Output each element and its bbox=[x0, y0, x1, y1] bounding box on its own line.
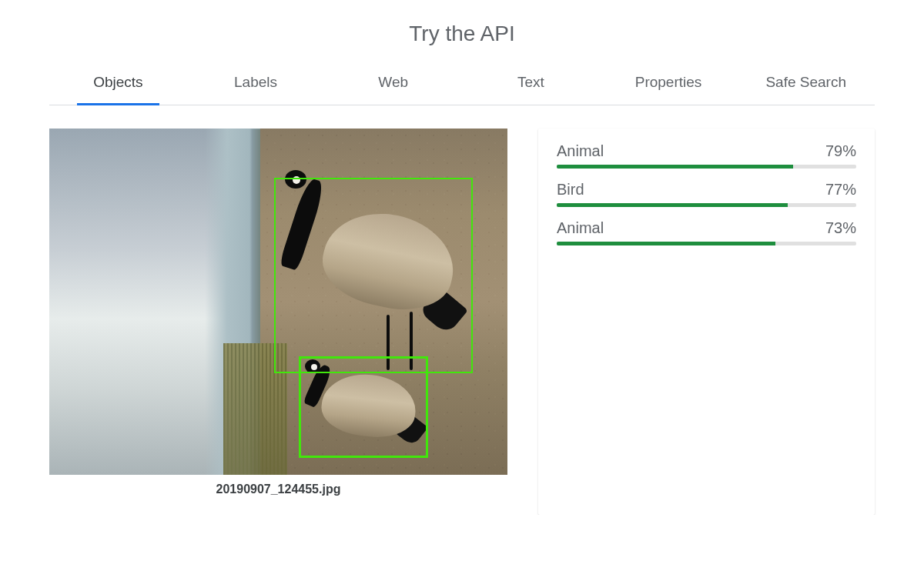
detection-score: 77% bbox=[825, 181, 856, 199]
detection-label: Animal bbox=[557, 142, 604, 160]
detection-bounding-box[interactable] bbox=[299, 356, 428, 458]
uploaded-image[interactable] bbox=[49, 129, 507, 475]
detection-result[interactable]: Animal 73% bbox=[557, 219, 856, 245]
detection-score: 79% bbox=[825, 142, 856, 160]
confidence-bar-fill bbox=[557, 165, 793, 169]
tab-objects[interactable]: Objects bbox=[49, 60, 187, 105]
confidence-bar-fill bbox=[557, 203, 788, 207]
tab-web[interactable]: Web bbox=[324, 60, 462, 105]
confidence-bar bbox=[557, 165, 856, 169]
tab-safe-search[interactable]: Safe Search bbox=[737, 60, 875, 105]
tab-labels[interactable]: Labels bbox=[187, 60, 325, 105]
confidence-bar bbox=[557, 242, 856, 245]
detection-result[interactable]: Animal 79% bbox=[557, 142, 856, 169]
detection-bounding-box[interactable] bbox=[274, 178, 473, 373]
detection-score: 73% bbox=[825, 219, 856, 237]
detection-label: Animal bbox=[557, 219, 604, 237]
uploaded-image-filename: 20190907_124455.jpg bbox=[49, 483, 507, 496]
page-title: Try the API bbox=[0, 0, 924, 60]
tab-properties[interactable]: Properties bbox=[600, 60, 738, 105]
detection-label: Bird bbox=[557, 181, 584, 199]
confidence-bar-fill bbox=[557, 242, 775, 245]
tab-text[interactable]: Text bbox=[462, 60, 600, 105]
confidence-bar bbox=[557, 203, 856, 207]
results-panel: Animal 79% Bird 77% Animal bbox=[538, 129, 875, 515]
detection-result[interactable]: Bird 77% bbox=[557, 181, 856, 207]
tabs: Objects Labels Web Text Properties Safe … bbox=[49, 60, 875, 105]
